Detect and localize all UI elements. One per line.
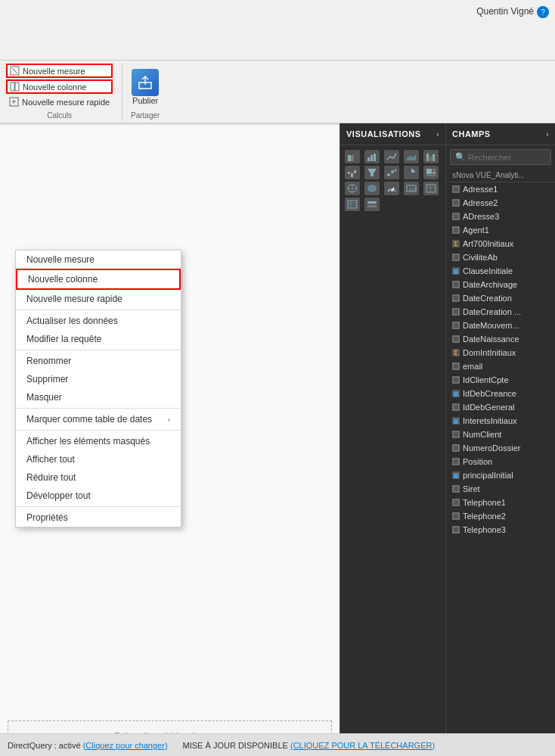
champs-field-item[interactable]: email <box>446 359 555 373</box>
viz-card-icon[interactable]: 123 <box>404 182 419 195</box>
menu-afficher-tout[interactable]: Afficher tout <box>16 450 181 468</box>
svg-rect-3 <box>15 82 19 91</box>
champs-field-item[interactable]: Telephone3 <box>446 523 555 537</box>
field-name: ClauseInitiale <box>463 266 513 275</box>
menu-developper-tout[interactable]: Développer tout <box>16 487 181 505</box>
separator-3 <box>16 408 181 409</box>
champs-field-item[interactable]: ▦ClauseInitiale <box>446 264 555 278</box>
viz-gauge-icon[interactable] <box>384 182 399 195</box>
user-name: Quentin Vigné <box>476 6 534 17</box>
champs-search-container: 🔍 <box>450 149 551 165</box>
champs-field-item[interactable]: NumClient <box>446 428 555 441</box>
svg-rect-45 <box>367 201 377 204</box>
champs-field-item[interactable]: Adresse2 <box>446 196 555 210</box>
champs-field-item[interactable]: ▦IdDebCreance <box>446 387 555 400</box>
viz-table-icon[interactable] <box>423 182 439 195</box>
publish-button[interactable]: Publier <box>126 66 165 108</box>
menu-renommer[interactable]: Renommer <box>16 352 181 370</box>
viz-pie-icon[interactable] <box>404 166 419 179</box>
viz-matrix-icon[interactable] <box>345 198 360 211</box>
viz-scatter-icon[interactable] <box>384 166 399 179</box>
field-name: IdClientCpte <box>463 375 509 384</box>
champs-field-item[interactable]: DateNaissance <box>446 332 555 346</box>
champs-field-item[interactable]: CiviliteAb <box>446 250 555 264</box>
field-type-icon: ▦ <box>452 390 460 397</box>
field-name: Telephone3 <box>463 525 506 534</box>
viz-treemap-icon[interactable] <box>423 166 439 179</box>
svg-rect-49 <box>453 213 459 219</box>
svg-rect-50 <box>453 227 459 233</box>
field-name: CiviliteAb <box>463 253 498 262</box>
submenu-arrow: › <box>168 415 170 424</box>
field-name: Telephone2 <box>463 512 506 521</box>
champs-field-item[interactable]: ΣDomIntInitiaux <box>446 346 555 359</box>
champs-field-item[interactable]: ADresse3 <box>446 210 555 223</box>
viz-area-chart-icon[interactable] <box>404 150 419 163</box>
viz-ribbon-icon[interactable] <box>423 150 439 163</box>
help-icon[interactable]: ? <box>537 6 549 18</box>
viz-funnel-icon[interactable] <box>364 166 380 179</box>
viz-stacked-bar-icon[interactable] <box>345 150 360 163</box>
menu-nouvelle-colonne[interactable]: Nouvelle colonne <box>16 269 181 290</box>
champs-field-item[interactable]: DateCreation ... <box>446 305 555 319</box>
champs-field-item[interactable]: ▦principalInitial <box>446 468 555 482</box>
champs-field-item[interactable]: Agent1 <box>446 223 555 237</box>
ribbon-nouvelle-mesure-rapide[interactable]: Nouvelle mesure rapide <box>6 95 113 108</box>
champs-field-item[interactable]: NumeroDossier <box>446 441 555 455</box>
menu-actualiser-donnees[interactable]: Actualiser les données <box>16 312 181 330</box>
field-name: DateMouvem... <box>463 321 519 330</box>
publish-icon <box>132 69 159 96</box>
svg-rect-18 <box>348 172 350 174</box>
viz-line-chart-icon[interactable] <box>384 150 399 163</box>
field-type-icon <box>452 444 460 452</box>
ribbon-nouvelle-colonne[interactable]: Nouvelle colonne <box>6 79 113 94</box>
champs-field-item[interactable]: Telephone2 <box>446 509 555 523</box>
ribbon: Nouvelle mesure Nouvelle colonne Nouvell… <box>0 61 555 123</box>
field-type-icon <box>452 322 460 329</box>
direct-query-status: DirectQuery : activé (Cliquez pour chang… <box>8 741 168 750</box>
menu-proprietes[interactable]: Propriétés <box>16 509 181 527</box>
field-name: Art700Initiaux <box>463 239 513 248</box>
champs-field-item[interactable]: Adresse1 <box>446 182 555 196</box>
field-type-icon <box>452 526 460 534</box>
menu-nouvelle-mesure-rapide[interactable]: Nouvelle mesure rapide <box>16 290 181 308</box>
menu-marquer-table[interactable]: Marquer comme table de dates › <box>16 410 181 428</box>
champs-field-item[interactable]: IdClientCpte <box>446 373 555 387</box>
top-bar: Quentin Vigné ? <box>0 0 555 61</box>
champs-field-item[interactable]: IdDebGeneral <box>446 400 555 414</box>
svg-rect-22 <box>371 173 374 176</box>
menu-supprimer[interactable]: Supprimer <box>16 370 181 388</box>
champs-field-item[interactable]: Position <box>446 455 555 468</box>
menu-masquer[interactable]: Masquer <box>16 388 181 406</box>
champs-field-item[interactable]: ΣArt700Initiaux <box>446 237 555 250</box>
champs-chevron-icon[interactable]: › <box>546 130 549 138</box>
menu-afficher-masques[interactable]: Afficher les éléments masqués <box>16 432 181 450</box>
champs-field-item[interactable]: Telephone1 <box>446 496 555 509</box>
canvas-area: Nouvelle mesure Nouvelle colonne Nouvell… <box>0 123 340 756</box>
champs-field-item[interactable]: Siret <box>446 482 555 496</box>
field-name: ADresse3 <box>463 212 499 221</box>
champs-field-item[interactable]: ▦InteretsInitiaux <box>446 414 555 428</box>
champs-field-item[interactable]: DateMouvem... <box>446 319 555 332</box>
field-name: Siret <box>463 484 480 493</box>
champs-header: CHAMPS › <box>446 123 555 145</box>
ribbon-nouvelle-mesure[interactable]: Nouvelle mesure <box>6 64 113 78</box>
champs-field-item[interactable]: DateArchivage <box>446 278 555 291</box>
viz-map-icon[interactable] <box>345 182 360 195</box>
menu-nouvelle-mesure[interactable]: Nouvelle mesure <box>16 250 181 269</box>
context-menu: Nouvelle mesure Nouvelle colonne Nouvell… <box>15 250 181 527</box>
svg-rect-46 <box>367 205 377 207</box>
viz-filled-map-icon[interactable] <box>364 182 380 195</box>
viz-slicer-icon[interactable] <box>364 198 380 211</box>
viz-waterfall-icon[interactable] <box>345 166 360 179</box>
field-type-icon <box>452 213 460 220</box>
viz-bar-chart-icon[interactable] <box>364 150 380 163</box>
menu-reduire-tout[interactable]: Réduire tout <box>16 468 181 487</box>
viz-chevron-icon[interactable]: › <box>436 130 439 138</box>
field-name: email <box>463 362 482 371</box>
visualizations-panel: VISUALISATIONS › <box>340 123 445 756</box>
champs-search-input[interactable] <box>468 153 546 162</box>
menu-modifier-requete[interactable]: Modifier la requête <box>16 330 181 348</box>
field-type-icon <box>452 376 460 384</box>
champs-field-item[interactable]: DateCreation <box>446 291 555 305</box>
